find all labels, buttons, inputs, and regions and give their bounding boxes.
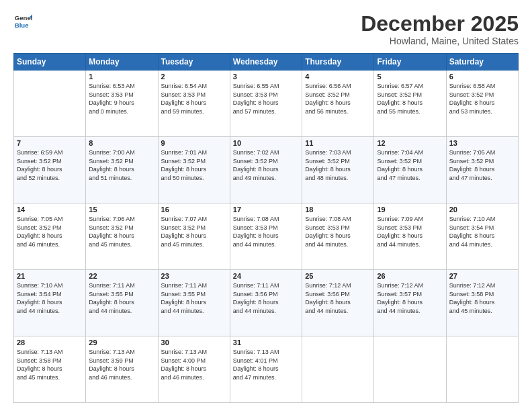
day-info: Sunrise: 6:58 AM Sunset: 3:52 PM Dayligh… bbox=[449, 82, 515, 116]
table-row: 17Sunrise: 7:08 AM Sunset: 3:53 PM Dayli… bbox=[230, 203, 302, 270]
table-row: 8Sunrise: 7:00 AM Sunset: 3:52 PM Daylig… bbox=[86, 137, 158, 203]
day-number: 11 bbox=[305, 139, 371, 147]
day-info: Sunrise: 7:08 AM Sunset: 3:53 PM Dayligh… bbox=[233, 215, 299, 248]
table-row: 16Sunrise: 7:07 AM Sunset: 3:52 PM Dayli… bbox=[158, 203, 230, 270]
day-number: 10 bbox=[233, 139, 299, 147]
table-row: 14Sunrise: 7:05 AM Sunset: 3:52 PM Dayli… bbox=[14, 203, 86, 270]
table-row: 12Sunrise: 7:04 AM Sunset: 3:52 PM Dayli… bbox=[374, 137, 446, 203]
day-info: Sunrise: 7:08 AM Sunset: 3:53 PM Dayligh… bbox=[305, 215, 371, 248]
calendar-week-row: 28Sunrise: 7:13 AM Sunset: 3:58 PM Dayli… bbox=[14, 336, 519, 403]
day-info: Sunrise: 7:11 AM Sunset: 3:55 PM Dayligh… bbox=[161, 281, 227, 315]
subtitle: Howland, Maine, United States bbox=[361, 36, 519, 46]
day-info: Sunrise: 6:54 AM Sunset: 3:53 PM Dayligh… bbox=[161, 82, 227, 116]
day-number: 18 bbox=[305, 205, 371, 214]
table-row bbox=[302, 336, 374, 403]
day-info: Sunrise: 7:00 AM Sunset: 3:52 PM Dayligh… bbox=[89, 148, 154, 182]
day-info: Sunrise: 7:04 AM Sunset: 3:52 PM Dayligh… bbox=[377, 148, 443, 182]
table-row: 19Sunrise: 7:09 AM Sunset: 3:53 PM Dayli… bbox=[374, 203, 446, 270]
table-row: 30Sunrise: 7:13 AM Sunset: 4:00 PM Dayli… bbox=[158, 336, 230, 403]
day-info: Sunrise: 7:07 AM Sunset: 3:52 PM Dayligh… bbox=[161, 215, 227, 248]
table-row: 7Sunrise: 6:59 AM Sunset: 3:52 PM Daylig… bbox=[14, 137, 86, 203]
day-number: 5 bbox=[377, 73, 443, 81]
col-monday: Monday bbox=[86, 54, 158, 71]
day-number: 22 bbox=[89, 272, 154, 280]
day-number: 31 bbox=[233, 338, 299, 347]
main-title: December 2025 bbox=[361, 12, 519, 36]
table-row: 23Sunrise: 7:11 AM Sunset: 3:55 PM Dayli… bbox=[158, 270, 230, 336]
day-info: Sunrise: 7:13 AM Sunset: 3:58 PM Dayligh… bbox=[17, 348, 83, 381]
day-number: 30 bbox=[161, 338, 227, 347]
day-info: Sunrise: 7:09 AM Sunset: 3:53 PM Dayligh… bbox=[377, 215, 443, 248]
day-info: Sunrise: 7:13 AM Sunset: 4:00 PM Dayligh… bbox=[161, 348, 227, 381]
day-number: 6 bbox=[449, 73, 515, 81]
col-tuesday: Tuesday bbox=[158, 54, 230, 71]
day-info: Sunrise: 6:59 AM Sunset: 3:52 PM Dayligh… bbox=[17, 148, 83, 182]
day-number: 17 bbox=[233, 205, 299, 214]
calendar-header-row: Sunday Monday Tuesday Wednesday Thursday… bbox=[14, 54, 519, 71]
table-row: 20Sunrise: 7:10 AM Sunset: 3:54 PM Dayli… bbox=[446, 203, 518, 270]
table-row: 15Sunrise: 7:06 AM Sunset: 3:52 PM Dayli… bbox=[86, 203, 158, 270]
day-info: Sunrise: 7:10 AM Sunset: 3:54 PM Dayligh… bbox=[449, 215, 515, 248]
day-number: 24 bbox=[233, 272, 299, 280]
table-row: 29Sunrise: 7:13 AM Sunset: 3:59 PM Dayli… bbox=[86, 336, 158, 403]
table-row: 27Sunrise: 7:12 AM Sunset: 3:58 PM Dayli… bbox=[446, 270, 518, 336]
day-info: Sunrise: 7:11 AM Sunset: 3:56 PM Dayligh… bbox=[233, 281, 299, 315]
table-row: 5Sunrise: 6:57 AM Sunset: 3:52 PM Daylig… bbox=[374, 71, 446, 137]
calendar-week-row: 14Sunrise: 7:05 AM Sunset: 3:52 PM Dayli… bbox=[14, 203, 519, 270]
svg-text:Blue: Blue bbox=[15, 21, 29, 29]
calendar-week-row: 1Sunrise: 6:53 AM Sunset: 3:53 PM Daylig… bbox=[14, 71, 519, 137]
table-row: 3Sunrise: 6:55 AM Sunset: 3:53 PM Daylig… bbox=[230, 71, 302, 137]
day-number: 2 bbox=[161, 73, 227, 81]
day-number: 21 bbox=[17, 272, 83, 280]
day-info: Sunrise: 7:13 AM Sunset: 3:59 PM Dayligh… bbox=[89, 348, 154, 381]
day-info: Sunrise: 7:12 AM Sunset: 3:56 PM Dayligh… bbox=[305, 281, 371, 315]
day-info: Sunrise: 7:06 AM Sunset: 3:52 PM Dayligh… bbox=[89, 215, 154, 248]
day-number: 8 bbox=[89, 139, 154, 147]
table-row: 1Sunrise: 6:53 AM Sunset: 3:53 PM Daylig… bbox=[86, 71, 158, 137]
day-number: 20 bbox=[449, 205, 515, 214]
table-row bbox=[446, 336, 518, 403]
day-info: Sunrise: 7:13 AM Sunset: 4:01 PM Dayligh… bbox=[233, 348, 299, 381]
day-info: Sunrise: 6:55 AM Sunset: 3:53 PM Dayligh… bbox=[233, 82, 299, 116]
day-info: Sunrise: 7:10 AM Sunset: 3:54 PM Dayligh… bbox=[17, 281, 83, 315]
title-block: December 2025 Howland, Maine, United Sta… bbox=[361, 12, 519, 46]
day-info: Sunrise: 6:53 AM Sunset: 3:53 PM Dayligh… bbox=[89, 82, 154, 116]
day-number: 29 bbox=[89, 338, 154, 347]
day-info: Sunrise: 7:05 AM Sunset: 3:52 PM Dayligh… bbox=[17, 215, 83, 248]
table-row bbox=[374, 336, 446, 403]
day-info: Sunrise: 7:02 AM Sunset: 3:52 PM Dayligh… bbox=[233, 148, 299, 182]
day-info: Sunrise: 6:56 AM Sunset: 3:52 PM Dayligh… bbox=[305, 82, 371, 116]
col-saturday: Saturday bbox=[446, 54, 518, 71]
col-sunday: Sunday bbox=[14, 54, 86, 71]
day-info: Sunrise: 6:57 AM Sunset: 3:52 PM Dayligh… bbox=[377, 82, 443, 116]
day-number: 9 bbox=[161, 139, 227, 147]
table-row: 24Sunrise: 7:11 AM Sunset: 3:56 PM Dayli… bbox=[230, 270, 302, 336]
day-number: 26 bbox=[377, 272, 443, 280]
day-info: Sunrise: 7:12 AM Sunset: 3:57 PM Dayligh… bbox=[377, 281, 443, 315]
logo: General Blue bbox=[13, 12, 32, 31]
table-row: 26Sunrise: 7:12 AM Sunset: 3:57 PM Dayli… bbox=[374, 270, 446, 336]
table-row: 10Sunrise: 7:02 AM Sunset: 3:52 PM Dayli… bbox=[230, 137, 302, 203]
col-friday: Friday bbox=[374, 54, 446, 71]
day-number: 4 bbox=[305, 73, 371, 81]
day-number: 13 bbox=[449, 139, 515, 147]
table-row: 22Sunrise: 7:11 AM Sunset: 3:55 PM Dayli… bbox=[86, 270, 158, 336]
day-number: 23 bbox=[161, 272, 227, 280]
table-row: 2Sunrise: 6:54 AM Sunset: 3:53 PM Daylig… bbox=[158, 71, 230, 137]
day-number: 12 bbox=[377, 139, 443, 147]
day-number: 19 bbox=[377, 205, 443, 214]
day-number: 3 bbox=[233, 73, 299, 81]
table-row: 18Sunrise: 7:08 AM Sunset: 3:53 PM Dayli… bbox=[302, 203, 374, 270]
svg-text:General: General bbox=[15, 14, 32, 21]
page: General Blue December 2025 Howland, Main… bbox=[0, 0, 532, 411]
day-number: 14 bbox=[17, 205, 83, 214]
table-row: 6Sunrise: 6:58 AM Sunset: 3:52 PM Daylig… bbox=[446, 71, 518, 137]
day-number: 16 bbox=[161, 205, 227, 214]
day-info: Sunrise: 7:12 AM Sunset: 3:58 PM Dayligh… bbox=[449, 281, 515, 315]
table-row: 28Sunrise: 7:13 AM Sunset: 3:58 PM Dayli… bbox=[14, 336, 86, 403]
day-info: Sunrise: 7:11 AM Sunset: 3:55 PM Dayligh… bbox=[89, 281, 154, 315]
logo-icon: General Blue bbox=[13, 12, 32, 31]
table-row: 4Sunrise: 6:56 AM Sunset: 3:52 PM Daylig… bbox=[302, 71, 374, 137]
day-number: 27 bbox=[449, 272, 515, 280]
table-row: 13Sunrise: 7:05 AM Sunset: 3:52 PM Dayli… bbox=[446, 137, 518, 203]
